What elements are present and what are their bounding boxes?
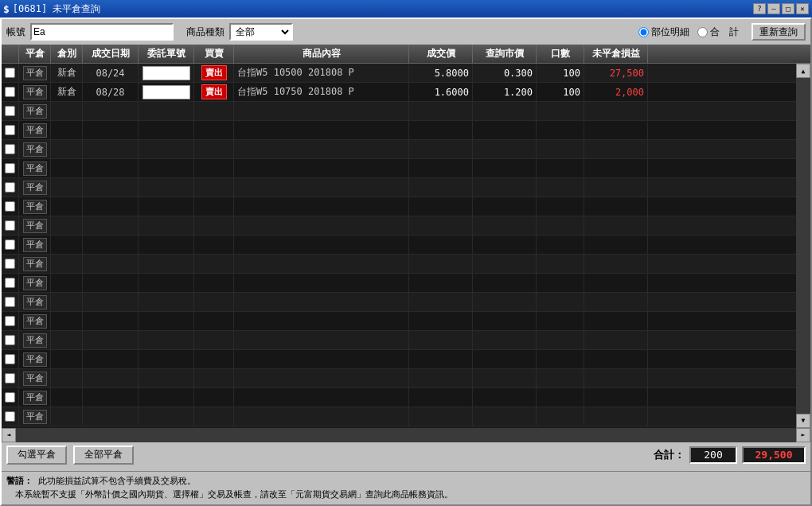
radio-summary[interactable]: 合 計 bbox=[697, 25, 739, 39]
row-qty bbox=[537, 216, 584, 235]
close-position-button[interactable]: 平倉 bbox=[23, 391, 47, 405]
row-action[interactable]: 平倉 bbox=[19, 293, 51, 311]
row-checkbox[interactable] bbox=[2, 140, 19, 158]
hscroll-right-button[interactable]: ► bbox=[796, 428, 810, 442]
scroll-up-button[interactable]: ▲ bbox=[796, 64, 810, 78]
row-action[interactable]: 平倉 bbox=[19, 331, 51, 349]
close-position-button[interactable]: 平倉 bbox=[23, 181, 47, 195]
row-checkbox[interactable] bbox=[2, 274, 19, 292]
close-position-button[interactable]: 平倉 bbox=[23, 200, 47, 214]
row-type bbox=[51, 350, 83, 368]
row-market-price bbox=[473, 350, 537, 368]
row-action[interactable]: 平倉 bbox=[19, 121, 51, 139]
close-position-button[interactable]: 平倉 bbox=[23, 410, 47, 424]
close-position-button[interactable]: 平倉 bbox=[23, 123, 47, 138]
scrollbar-right[interactable]: ▲ ▼ bbox=[796, 64, 810, 428]
titlebar-left: $ [0681] 未平倉查詢 bbox=[3, 2, 100, 16]
row-pnl bbox=[584, 216, 648, 235]
product-type-select[interactable]: 全部 期貨 選擇權 bbox=[229, 23, 293, 41]
row-action[interactable]: 平倉 bbox=[19, 178, 51, 197]
scroll-down-button[interactable]: ▼ bbox=[796, 414, 810, 428]
row-checkbox[interactable] bbox=[2, 83, 19, 101]
row-action[interactable]: 平倉 bbox=[19, 388, 51, 407]
row-action[interactable]: 平倉 bbox=[19, 312, 51, 330]
table-row: 平倉 bbox=[2, 407, 796, 426]
row-checkbox[interactable] bbox=[2, 216, 19, 235]
row-checkbox[interactable] bbox=[2, 350, 19, 368]
row-checkbox[interactable] bbox=[2, 369, 19, 387]
close-position-button[interactable]: 平倉 bbox=[23, 257, 47, 271]
hscrollbar[interactable]: ◄ ► bbox=[2, 428, 810, 442]
row-pnl: 27,500 bbox=[584, 64, 648, 82]
help-button[interactable]: ? bbox=[753, 3, 766, 14]
minimize-button[interactable]: — bbox=[767, 3, 780, 14]
row-type: 新倉 bbox=[51, 83, 83, 101]
row-action[interactable]: 平倉 bbox=[19, 159, 51, 177]
row-checkbox[interactable] bbox=[2, 197, 19, 216]
radio-position-detail[interactable]: 部位明細 bbox=[638, 25, 689, 39]
row-type bbox=[51, 407, 83, 426]
close-position-button[interactable]: 平倉 bbox=[23, 104, 47, 119]
row-qty bbox=[537, 178, 584, 197]
hscroll-left-button[interactable]: ◄ bbox=[2, 428, 16, 442]
row-checkbox[interactable] bbox=[2, 102, 19, 120]
warning-text-2: 本系統暫不支援「外幣計價之國內期貨、選擇權」交易及帳查，請改至「元富期貨交易網」… bbox=[6, 489, 453, 500]
row-checkbox[interactable] bbox=[2, 121, 19, 139]
row-checkbox[interactable] bbox=[2, 293, 19, 311]
row-action[interactable]: 平倉 bbox=[19, 140, 51, 158]
row-action[interactable]: 平倉 bbox=[19, 102, 51, 120]
row-market-price bbox=[473, 216, 537, 235]
row-action[interactable]: 平倉 bbox=[19, 64, 51, 82]
select-close-button[interactable]: 勾選平倉 bbox=[6, 446, 67, 465]
close-position-button[interactable]: 平倉 bbox=[23, 295, 47, 309]
row-checkbox[interactable] bbox=[2, 159, 19, 177]
close-position-button[interactable]: 平倉 bbox=[23, 276, 47, 290]
close-position-button[interactable]: 平倉 bbox=[23, 352, 47, 367]
row-action[interactable]: 平倉 bbox=[19, 350, 51, 368]
row-action[interactable]: 平倉 bbox=[19, 197, 51, 216]
close-position-button[interactable]: 平倉 bbox=[23, 219, 47, 233]
close-position-button[interactable]: 平倉 bbox=[23, 66, 47, 80]
row-action[interactable]: 平倉 bbox=[19, 235, 51, 254]
maximize-button[interactable]: □ bbox=[782, 3, 794, 14]
row-checkbox[interactable] bbox=[2, 255, 19, 273]
row-pnl bbox=[584, 407, 648, 426]
row-action[interactable]: 平倉 bbox=[19, 216, 51, 235]
row-action[interactable]: 平倉 bbox=[19, 407, 51, 426]
row-action[interactable]: 平倉 bbox=[19, 83, 51, 101]
row-checkbox[interactable] bbox=[2, 64, 19, 82]
row-buy-sell: 賣出 bbox=[194, 64, 234, 82]
row-date bbox=[83, 140, 139, 158]
refresh-button[interactable]: 重新查詢 bbox=[751, 23, 806, 41]
row-checkbox[interactable] bbox=[2, 407, 19, 426]
close-all-button[interactable]: 全部平倉 bbox=[73, 446, 134, 465]
table-row: 平倉新倉08/28賣出台指W5 10750 201808 P1.60001.20… bbox=[2, 83, 796, 102]
close-position-button[interactable]: 平倉 bbox=[23, 372, 47, 386]
close-position-button[interactable]: 平倉 bbox=[23, 85, 47, 99]
close-position-button[interactable]: 平倉 bbox=[23, 142, 47, 157]
close-position-button[interactable]: 平倉 bbox=[23, 314, 47, 329]
account-input[interactable] bbox=[30, 23, 174, 41]
row-action[interactable]: 平倉 bbox=[19, 369, 51, 387]
close-position-button[interactable]: 平倉 bbox=[23, 333, 47, 348]
col-date: 成交日期 bbox=[83, 45, 139, 63]
row-checkbox[interactable] bbox=[2, 178, 19, 197]
close-position-button[interactable]: 平倉 bbox=[23, 238, 47, 252]
bottom-toolbar: 勾選平倉 全部平倉 合計： 200 29,500 bbox=[6, 446, 806, 465]
row-checkbox[interactable] bbox=[2, 312, 19, 330]
row-date bbox=[83, 102, 139, 120]
row-price: 1.6000 bbox=[409, 83, 473, 101]
row-price bbox=[409, 407, 473, 426]
row-checkbox[interactable] bbox=[2, 388, 19, 407]
row-buy-sell bbox=[194, 159, 234, 177]
table-row: 平倉 bbox=[2, 235, 796, 255]
close-position-button[interactable]: 平倉 bbox=[23, 162, 47, 176]
close-button[interactable]: ✕ bbox=[796, 3, 809, 14]
row-buy-sell: 賣出 bbox=[194, 83, 234, 101]
row-action[interactable]: 平倉 bbox=[19, 255, 51, 273]
table-body: 平倉新倉08/24賣出台指W5 10500 201808 P5.80000.30… bbox=[2, 64, 796, 428]
row-checkbox[interactable] bbox=[2, 331, 19, 349]
row-checkbox[interactable] bbox=[2, 235, 19, 254]
row-type bbox=[51, 312, 83, 330]
row-action[interactable]: 平倉 bbox=[19, 274, 51, 292]
